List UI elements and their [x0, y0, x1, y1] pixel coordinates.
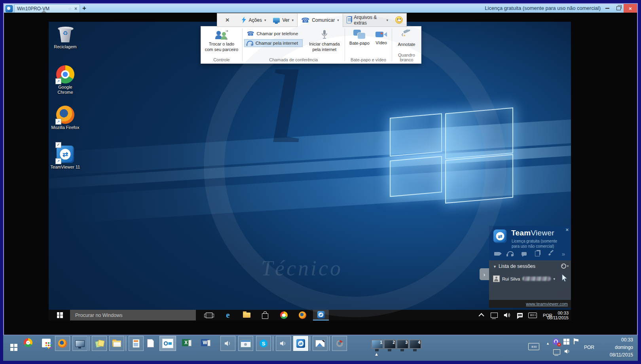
annotate-button[interactable]: Annotate	[394, 29, 419, 48]
host-start-button[interactable]	[8, 341, 20, 353]
menu-arquivos-extras[interactable]: Arquivos & extras ▾	[343, 13, 392, 27]
host-word-button[interactable]: W	[201, 339, 209, 346]
panel-whiteboard-button[interactable]	[547, 250, 555, 257]
close-icon: ×	[629, 6, 632, 11]
remote-network-tray-icon[interactable]	[489, 310, 500, 320]
teamviewer-website-link[interactable]: www.teamviewer.com	[526, 301, 568, 306]
menu-acoes[interactable]: Ações ▾	[238, 13, 270, 27]
search-input[interactable]	[70, 312, 191, 318]
host-sticky-notes-button[interactable]	[92, 336, 107, 351]
chrome-icon: ↗	[56, 65, 74, 83]
panel-chat-button[interactable]	[520, 250, 528, 257]
host-volume-tray-icon[interactable]	[564, 349, 571, 354]
end-session-button[interactable]: ×	[217, 13, 238, 27]
menu-comunicar-active[interactable]: ☎ Comunicar ▾	[297, 13, 343, 27]
host-wordpad-button[interactable]	[129, 336, 144, 351]
keyboard-icon	[528, 313, 537, 318]
firefox-icon	[58, 339, 67, 348]
host-firefox-button[interactable]	[55, 336, 70, 351]
desktop-icon-label: Mozilla Firefox	[51, 125, 80, 130]
panel-video-button[interactable]	[493, 250, 501, 257]
host-show-hidden-icons[interactable]: ▲	[546, 341, 550, 345]
host-remote-desktop-button[interactable]	[72, 336, 87, 351]
session-tab[interactable]: Win10PRO-VM ☆ ×	[14, 4, 80, 13]
desktop-icon-recycle-bin[interactable]: ♻ Reciclagem	[50, 25, 80, 49]
chrome-taskbar-button[interactable]	[277, 310, 290, 320]
video-label: Vídeo	[375, 40, 387, 46]
session-user-row[interactable]: Rui Silva ▾	[493, 275, 555, 282]
stacked-windows-indicator	[309, 336, 311, 351]
chat-bubble-icon	[522, 252, 527, 256]
host-touch-keyboard-button[interactable]	[528, 343, 539, 350]
remote-action-center-icon[interactable]	[514, 310, 525, 320]
host-volume-app-button[interactable]	[276, 336, 291, 351]
call-by-phone-button[interactable]: ☎ Chamar por telefone	[244, 29, 303, 38]
host-notepad-button[interactable]	[147, 339, 154, 347]
desktop-icon-teamviewer-11[interactable]: ⇄ ✓ ↗ TeamViewer 11	[50, 145, 80, 170]
host-windows-tray-icon[interactable]	[563, 339, 569, 345]
swap-sides-button[interactable]: ➜➜ Trocar o lado com seu parceiro	[203, 29, 241, 53]
flag-icon	[574, 338, 579, 344]
remote-clock[interactable]: 00:33 08/11/2015	[537, 310, 570, 320]
panel-more-button[interactable]: »	[559, 250, 567, 257]
favorite-star-icon[interactable]: ☆	[68, 6, 72, 11]
remote-show-hidden-icons[interactable]	[477, 310, 487, 320]
panel-close-icon[interactable]: ×	[565, 227, 569, 233]
blank-document-icon	[147, 339, 154, 347]
video-button[interactable]: Vídeo	[374, 29, 389, 47]
close-button[interactable]: ×	[624, 4, 637, 13]
host-sync-tray-icon[interactable]	[553, 338, 559, 345]
task-view-button[interactable]	[202, 310, 216, 320]
monitor-1-button[interactable]: 1	[371, 339, 383, 349]
monitor-2-button[interactable]: 2	[384, 339, 396, 349]
sticky-notes-icon	[95, 339, 103, 347]
monitor-3-button[interactable]: 3	[396, 339, 409, 349]
panel-filebox-button[interactable]	[533, 250, 541, 257]
host-image-editor-button[interactable]	[313, 336, 328, 351]
new-tab-button[interactable]: +	[80, 4, 89, 13]
collapse-caret-icon: ▼	[493, 265, 497, 269]
feedback-button[interactable]	[392, 13, 406, 27]
start-internet-call-button[interactable]: Iniciar chamada pela internet	[306, 29, 343, 53]
teamviewer-taskbar-button-active[interactable]: ⇄	[313, 310, 329, 320]
monitor-4-button[interactable]: 4	[409, 339, 421, 349]
host-file-explorer-button[interactable]	[109, 336, 124, 351]
sessions-list-header[interactable]: ▼Lista de sessões	[493, 264, 535, 269]
host-network-tray-icon[interactable]	[553, 349, 560, 355]
start-internet-call-label: Iniciar chamada pela internet	[307, 42, 341, 53]
host-clock[interactable]: 00:33 domingo 08/11/2015	[590, 336, 633, 359]
host-disk-usage-button[interactable]	[332, 336, 347, 351]
shortcut-arrow-icon: ↗	[55, 158, 61, 164]
host-action-center-flag[interactable]	[574, 338, 579, 344]
host-teamviewer-button-active[interactable]: ⇄	[293, 336, 308, 351]
minimize-button[interactable]	[602, 4, 613, 13]
host-chrome-button[interactable]	[24, 338, 32, 347]
panel-collapse-tab[interactable]: ›	[480, 268, 489, 280]
window-titlebar: Win10PRO-VM ☆ × + Licença gratuita (some…	[4, 4, 637, 13]
firefox-taskbar-button[interactable]	[296, 310, 309, 320]
monitor-icon	[273, 18, 280, 23]
host-excel-button[interactable]: X	[182, 339, 190, 346]
desktop-icon-label: Google Chrome	[50, 85, 80, 95]
panel-voip-button[interactable]	[506, 250, 514, 257]
headset-icon	[247, 41, 253, 46]
file-explorer-taskbar-button[interactable]	[240, 310, 253, 320]
restore-button[interactable]	[613, 4, 624, 13]
host-skype-button[interactable]: S	[256, 336, 271, 351]
desktop-icon-google-chrome[interactable]: ↗ Google Chrome	[50, 65, 80, 95]
edge-taskbar-button[interactable]: e	[221, 310, 235, 320]
store-taskbar-button[interactable]	[258, 310, 272, 320]
host-audio-app-button[interactable]	[220, 336, 235, 351]
chat-button[interactable]: Bate-papo	[348, 29, 371, 47]
host-apps-grid-button[interactable]	[42, 339, 51, 347]
menu-ver[interactable]: Ver ▾	[269, 13, 297, 27]
remote-volume-tray-icon[interactable]	[501, 310, 512, 320]
host-presentation-button[interactable]	[238, 336, 253, 351]
host-outlook-button-active[interactable]: O	[159, 336, 176, 351]
remote-start-button[interactable]	[53, 310, 67, 320]
sessions-settings-button[interactable]: ▾	[561, 264, 569, 269]
call-via-internet-button-highlighted[interactable]: Chamar pela internet	[244, 39, 303, 47]
tab-close-icon[interactable]: ×	[74, 6, 77, 11]
desktop-icon-mozilla-firefox[interactable]: ↗ Mozilla Firefox	[50, 106, 80, 130]
remote-search-box[interactable]	[70, 310, 196, 320]
